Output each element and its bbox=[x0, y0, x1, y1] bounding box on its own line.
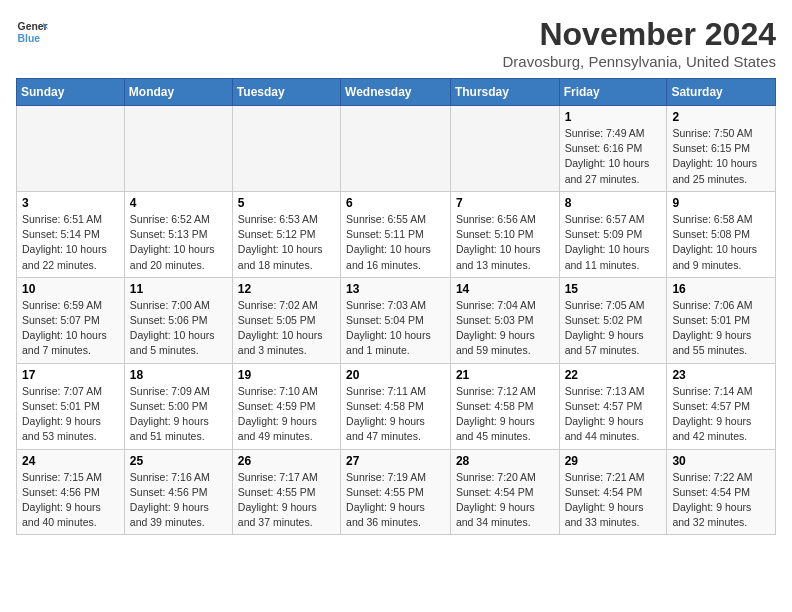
day-info: Sunrise: 6:51 AM Sunset: 5:14 PM Dayligh… bbox=[22, 212, 119, 273]
weekday-header-tuesday: Tuesday bbox=[232, 79, 340, 106]
day-number: 13 bbox=[346, 282, 445, 296]
day-number: 30 bbox=[672, 454, 770, 468]
day-info: Sunrise: 7:07 AM Sunset: 5:01 PM Dayligh… bbox=[22, 384, 119, 445]
weekday-header-thursday: Thursday bbox=[450, 79, 559, 106]
day-number: 24 bbox=[22, 454, 119, 468]
day-number: 5 bbox=[238, 196, 335, 210]
logo-icon: General Blue bbox=[16, 16, 48, 48]
calendar-cell: 28Sunrise: 7:20 AM Sunset: 4:54 PM Dayli… bbox=[450, 449, 559, 535]
calendar-cell: 3Sunrise: 6:51 AM Sunset: 5:14 PM Daylig… bbox=[17, 191, 125, 277]
calendar-table: SundayMondayTuesdayWednesdayThursdayFrid… bbox=[16, 78, 776, 535]
day-info: Sunrise: 7:04 AM Sunset: 5:03 PM Dayligh… bbox=[456, 298, 554, 359]
day-number: 11 bbox=[130, 282, 227, 296]
day-info: Sunrise: 6:53 AM Sunset: 5:12 PM Dayligh… bbox=[238, 212, 335, 273]
calendar-cell: 21Sunrise: 7:12 AM Sunset: 4:58 PM Dayli… bbox=[450, 363, 559, 449]
day-number: 27 bbox=[346, 454, 445, 468]
calendar-week-5: 24Sunrise: 7:15 AM Sunset: 4:56 PM Dayli… bbox=[17, 449, 776, 535]
calendar-cell: 10Sunrise: 6:59 AM Sunset: 5:07 PM Dayli… bbox=[17, 277, 125, 363]
calendar-cell bbox=[17, 106, 125, 192]
calendar-cell bbox=[124, 106, 232, 192]
calendar-cell: 12Sunrise: 7:02 AM Sunset: 5:05 PM Dayli… bbox=[232, 277, 340, 363]
day-number: 7 bbox=[456, 196, 554, 210]
calendar-cell: 20Sunrise: 7:11 AM Sunset: 4:58 PM Dayli… bbox=[341, 363, 451, 449]
day-info: Sunrise: 6:56 AM Sunset: 5:10 PM Dayligh… bbox=[456, 212, 554, 273]
day-number: 17 bbox=[22, 368, 119, 382]
day-number: 1 bbox=[565, 110, 662, 124]
logo: General Blue bbox=[16, 16, 48, 48]
day-number: 22 bbox=[565, 368, 662, 382]
day-info: Sunrise: 7:20 AM Sunset: 4:54 PM Dayligh… bbox=[456, 470, 554, 531]
calendar-cell: 25Sunrise: 7:16 AM Sunset: 4:56 PM Dayli… bbox=[124, 449, 232, 535]
calendar-cell: 23Sunrise: 7:14 AM Sunset: 4:57 PM Dayli… bbox=[667, 363, 776, 449]
calendar-week-4: 17Sunrise: 7:07 AM Sunset: 5:01 PM Dayli… bbox=[17, 363, 776, 449]
month-title: November 2024 bbox=[503, 16, 776, 53]
day-number: 28 bbox=[456, 454, 554, 468]
calendar-cell: 19Sunrise: 7:10 AM Sunset: 4:59 PM Dayli… bbox=[232, 363, 340, 449]
day-info: Sunrise: 7:09 AM Sunset: 5:00 PM Dayligh… bbox=[130, 384, 227, 445]
day-number: 12 bbox=[238, 282, 335, 296]
day-number: 23 bbox=[672, 368, 770, 382]
day-number: 8 bbox=[565, 196, 662, 210]
calendar-cell: 5Sunrise: 6:53 AM Sunset: 5:12 PM Daylig… bbox=[232, 191, 340, 277]
calendar-cell: 26Sunrise: 7:17 AM Sunset: 4:55 PM Dayli… bbox=[232, 449, 340, 535]
day-info: Sunrise: 7:13 AM Sunset: 4:57 PM Dayligh… bbox=[565, 384, 662, 445]
day-info: Sunrise: 7:12 AM Sunset: 4:58 PM Dayligh… bbox=[456, 384, 554, 445]
day-number: 16 bbox=[672, 282, 770, 296]
calendar-cell: 15Sunrise: 7:05 AM Sunset: 5:02 PM Dayli… bbox=[559, 277, 667, 363]
day-info: Sunrise: 7:15 AM Sunset: 4:56 PM Dayligh… bbox=[22, 470, 119, 531]
day-number: 21 bbox=[456, 368, 554, 382]
weekday-header-wednesday: Wednesday bbox=[341, 79, 451, 106]
calendar-cell: 11Sunrise: 7:00 AM Sunset: 5:06 PM Dayli… bbox=[124, 277, 232, 363]
location: Dravosburg, Pennsylvania, United States bbox=[503, 53, 776, 70]
weekday-header-row: SundayMondayTuesdayWednesdayThursdayFrid… bbox=[17, 79, 776, 106]
day-number: 29 bbox=[565, 454, 662, 468]
day-info: Sunrise: 7:02 AM Sunset: 5:05 PM Dayligh… bbox=[238, 298, 335, 359]
calendar-cell bbox=[341, 106, 451, 192]
day-number: 18 bbox=[130, 368, 227, 382]
calendar-cell: 1Sunrise: 7:49 AM Sunset: 6:16 PM Daylig… bbox=[559, 106, 667, 192]
day-number: 19 bbox=[238, 368, 335, 382]
calendar-cell: 18Sunrise: 7:09 AM Sunset: 5:00 PM Dayli… bbox=[124, 363, 232, 449]
calendar-cell: 17Sunrise: 7:07 AM Sunset: 5:01 PM Dayli… bbox=[17, 363, 125, 449]
day-info: Sunrise: 7:14 AM Sunset: 4:57 PM Dayligh… bbox=[672, 384, 770, 445]
calendar-cell: 14Sunrise: 7:04 AM Sunset: 5:03 PM Dayli… bbox=[450, 277, 559, 363]
day-number: 10 bbox=[22, 282, 119, 296]
calendar-cell: 4Sunrise: 6:52 AM Sunset: 5:13 PM Daylig… bbox=[124, 191, 232, 277]
weekday-header-sunday: Sunday bbox=[17, 79, 125, 106]
calendar-cell: 7Sunrise: 6:56 AM Sunset: 5:10 PM Daylig… bbox=[450, 191, 559, 277]
calendar-cell: 13Sunrise: 7:03 AM Sunset: 5:04 PM Dayli… bbox=[341, 277, 451, 363]
calendar-cell: 24Sunrise: 7:15 AM Sunset: 4:56 PM Dayli… bbox=[17, 449, 125, 535]
day-number: 9 bbox=[672, 196, 770, 210]
calendar-cell: 29Sunrise: 7:21 AM Sunset: 4:54 PM Dayli… bbox=[559, 449, 667, 535]
day-info: Sunrise: 6:52 AM Sunset: 5:13 PM Dayligh… bbox=[130, 212, 227, 273]
calendar-cell: 8Sunrise: 6:57 AM Sunset: 5:09 PM Daylig… bbox=[559, 191, 667, 277]
page-header: General Blue November 2024 Dravosburg, P… bbox=[16, 16, 776, 70]
calendar-week-1: 1Sunrise: 7:49 AM Sunset: 6:16 PM Daylig… bbox=[17, 106, 776, 192]
day-number: 15 bbox=[565, 282, 662, 296]
weekday-header-friday: Friday bbox=[559, 79, 667, 106]
calendar-week-2: 3Sunrise: 6:51 AM Sunset: 5:14 PM Daylig… bbox=[17, 191, 776, 277]
day-info: Sunrise: 7:00 AM Sunset: 5:06 PM Dayligh… bbox=[130, 298, 227, 359]
day-info: Sunrise: 7:06 AM Sunset: 5:01 PM Dayligh… bbox=[672, 298, 770, 359]
day-info: Sunrise: 6:55 AM Sunset: 5:11 PM Dayligh… bbox=[346, 212, 445, 273]
day-info: Sunrise: 7:19 AM Sunset: 4:55 PM Dayligh… bbox=[346, 470, 445, 531]
day-info: Sunrise: 7:50 AM Sunset: 6:15 PM Dayligh… bbox=[672, 126, 770, 187]
day-info: Sunrise: 6:58 AM Sunset: 5:08 PM Dayligh… bbox=[672, 212, 770, 273]
day-number: 25 bbox=[130, 454, 227, 468]
day-number: 20 bbox=[346, 368, 445, 382]
calendar-cell: 6Sunrise: 6:55 AM Sunset: 5:11 PM Daylig… bbox=[341, 191, 451, 277]
day-number: 6 bbox=[346, 196, 445, 210]
calendar-week-3: 10Sunrise: 6:59 AM Sunset: 5:07 PM Dayli… bbox=[17, 277, 776, 363]
day-info: Sunrise: 7:21 AM Sunset: 4:54 PM Dayligh… bbox=[565, 470, 662, 531]
day-info: Sunrise: 7:17 AM Sunset: 4:55 PM Dayligh… bbox=[238, 470, 335, 531]
calendar-cell: 2Sunrise: 7:50 AM Sunset: 6:15 PM Daylig… bbox=[667, 106, 776, 192]
calendar-cell: 30Sunrise: 7:22 AM Sunset: 4:54 PM Dayli… bbox=[667, 449, 776, 535]
calendar-cell: 22Sunrise: 7:13 AM Sunset: 4:57 PM Dayli… bbox=[559, 363, 667, 449]
day-number: 3 bbox=[22, 196, 119, 210]
calendar-cell bbox=[232, 106, 340, 192]
day-info: Sunrise: 7:16 AM Sunset: 4:56 PM Dayligh… bbox=[130, 470, 227, 531]
day-info: Sunrise: 6:57 AM Sunset: 5:09 PM Dayligh… bbox=[565, 212, 662, 273]
title-section: November 2024 Dravosburg, Pennsylvania, … bbox=[503, 16, 776, 70]
weekday-header-monday: Monday bbox=[124, 79, 232, 106]
day-info: Sunrise: 7:03 AM Sunset: 5:04 PM Dayligh… bbox=[346, 298, 445, 359]
